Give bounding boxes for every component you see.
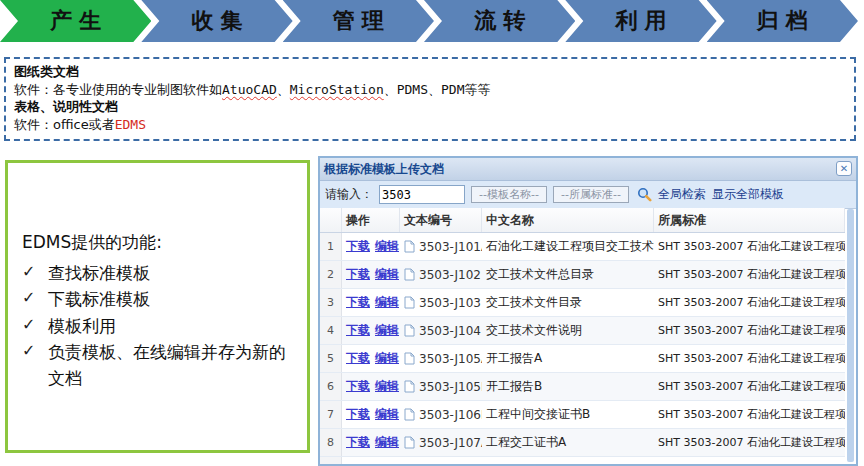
- edit-link[interactable]: 编辑: [375, 266, 399, 283]
- row-operations: 下载编辑: [342, 429, 400, 456]
- standard-filter[interactable]: --所属标准--: [553, 186, 629, 203]
- download-link[interactable]: 下载: [346, 434, 370, 451]
- upload-template-dialog: 根据标准模板上传文档 ✕ 请输入： --模板名称-- --所属标准-- 全局检索…: [318, 156, 858, 466]
- header-row-number: [320, 208, 342, 232]
- table-row: 2下载编辑3503-J102交工技术文件总目录SHT 3503-2007 石油化…: [320, 261, 845, 289]
- flow-step-label: 流转: [474, 6, 532, 36]
- header-standard: 所属标准: [654, 208, 845, 232]
- dialog-title: 根据标准模板上传文档: [320, 161, 444, 178]
- show-all-templates-button[interactable]: 显示全部模板: [712, 186, 784, 203]
- edit-link[interactable]: 编辑: [375, 378, 399, 395]
- document-icon: [404, 436, 415, 449]
- row-doc-code: 3503-J105B: [400, 373, 482, 400]
- row-chinese-name: 开工报告A: [482, 345, 654, 372]
- software-edms: EDMS: [115, 117, 146, 132]
- row-standard: SHT 3503-2007 石油化工建设工程项目交工...: [654, 373, 845, 400]
- table-body: 1下载编辑3503-J101A石油化工建设工程项目交工技术文件封面ASHT 35…: [320, 233, 845, 457]
- check-icon: ✓: [22, 339, 48, 364]
- software-atuocad: AtuoCAD: [222, 82, 277, 97]
- global-search-button[interactable]: 全局检索: [658, 186, 706, 203]
- download-link[interactable]: 下载: [346, 294, 370, 311]
- row-operations: 下载编辑: [342, 261, 400, 288]
- feature-item-label: 负责模板、在线编辑并存为新的文档: [48, 339, 297, 392]
- row-operations: 下载编辑: [342, 373, 400, 400]
- header-doc-code: 文本编号: [400, 208, 482, 232]
- vertical-scrollbar[interactable]: [847, 209, 854, 462]
- feature-item: ✓查找标准模板: [22, 260, 297, 286]
- doc-code-text: 3503-J107A: [419, 436, 482, 450]
- row-chinese-name: 石油化工建设工程项目交工技术文件封面A: [482, 233, 654, 260]
- download-link[interactable]: 下载: [346, 238, 370, 255]
- row-operations: 下载编辑: [342, 317, 400, 344]
- document-icon: [404, 352, 415, 365]
- row-operations: 下载编辑: [342, 289, 400, 316]
- note-line-office-software: 软件：office或者EDMS: [14, 116, 846, 134]
- edit-link[interactable]: 编辑: [375, 406, 399, 423]
- row-operations: 下载编辑: [342, 345, 400, 372]
- edit-link[interactable]: 编辑: [375, 238, 399, 255]
- row-number: 3: [320, 289, 342, 316]
- row-chinese-name: 开工报告B: [482, 373, 654, 400]
- search-input-label: 请输入：: [325, 186, 373, 203]
- note-software-suffix: 、PDMS、PDM等等: [384, 82, 491, 97]
- row-number: 1: [320, 233, 342, 260]
- check-icon: ✓: [22, 260, 48, 285]
- row-doc-code: 3503-J102: [400, 261, 482, 288]
- flow-step-2: 收集: [141, 0, 292, 42]
- flow-step-6: 归档: [707, 0, 858, 42]
- download-link[interactable]: 下载: [346, 266, 370, 283]
- search-input[interactable]: [379, 185, 465, 204]
- note-office-prefix: 软件：office或者: [14, 117, 115, 132]
- feature-item: ✓模板利用: [22, 313, 297, 339]
- dialog-toolbar: 请输入： --模板名称-- --所属标准-- 全局检索 显示全部模板: [320, 181, 856, 209]
- check-icon: ✓: [22, 313, 48, 338]
- edit-link[interactable]: 编辑: [375, 350, 399, 367]
- edit-link[interactable]: 编辑: [375, 322, 399, 339]
- dialog-titlebar[interactable]: 根据标准模板上传文档 ✕: [320, 158, 856, 181]
- table-header-row: 操作 文本编号 中文名称 所属标准: [320, 208, 845, 233]
- close-icon[interactable]: ✕: [836, 161, 852, 176]
- doc-code-text: 3503-J105B: [419, 380, 482, 394]
- edit-link[interactable]: 编辑: [375, 434, 399, 451]
- table-row: 6下载编辑3503-J105B开工报告BSHT 3503-2007 石油化工建设…: [320, 373, 845, 401]
- doc-code-text: 3503-J101A: [419, 240, 482, 254]
- row-standard: SHT 3503-2007 石油化工建设工程项目交工...: [654, 289, 845, 316]
- row-doc-code: 3503-J105A: [400, 345, 482, 372]
- note-line-drawing-software: 软件：各专业使用的专业制图软件如AtuoCAD、MicroStation、PDM…: [14, 81, 846, 99]
- flow-step-label: 归档: [757, 6, 815, 36]
- template-name-filter[interactable]: --模板名称--: [471, 186, 547, 203]
- download-link[interactable]: 下载: [346, 378, 370, 395]
- document-icon: [404, 380, 415, 393]
- download-link[interactable]: 下载: [346, 322, 370, 339]
- doc-code-text: 3503-J106B: [419, 408, 482, 422]
- flow-step-4: 流转: [424, 0, 575, 42]
- table-row: 1下载编辑3503-J101A石油化工建设工程项目交工技术文件封面ASHT 35…: [320, 233, 845, 261]
- table-row: 5下载编辑3503-J105A开工报告ASHT 3503-2007 石油化工建设…: [320, 345, 845, 373]
- row-number: 5: [320, 345, 342, 372]
- row-number: 4: [320, 317, 342, 344]
- row-chinese-name: 交工技术文件说明: [482, 317, 654, 344]
- edit-link[interactable]: 编辑: [375, 294, 399, 311]
- row-number: 8: [320, 429, 342, 456]
- row-standard: SHT 3503-2007 石油化工建设工程项目交工...: [654, 261, 845, 288]
- download-link[interactable]: 下载: [346, 350, 370, 367]
- flow-step-label: 管理: [333, 6, 391, 36]
- row-number: 7: [320, 401, 342, 428]
- row-doc-code: 3503-J106B: [400, 401, 482, 428]
- document-icon: [404, 324, 415, 337]
- flow-step-label: 收集: [191, 6, 249, 36]
- flow-step-label: 利用: [615, 6, 673, 36]
- row-number: 2: [320, 261, 342, 288]
- feature-item-label: 查找标准模板: [48, 260, 297, 286]
- table-row: 4下载编辑3503-J104交工技术文件说明SHT 3503-2007 石油化工…: [320, 317, 845, 345]
- row-standard: SHT 3503-2007 石油化工建设工程项目交工...: [654, 317, 845, 344]
- row-standard: SHT 3503-2007 石油化工建设工程项目交工...: [654, 233, 845, 260]
- software-microstation: MicroStation: [290, 82, 384, 97]
- flow-step-3: 管理: [283, 0, 434, 42]
- document-icon: [404, 408, 415, 421]
- table-row: 8下载编辑3503-J107A工程交工证书ASHT 3503-2007 石油化工…: [320, 429, 845, 457]
- feature-item-label: 下载标准模板: [48, 286, 297, 312]
- row-doc-code: 3503-J103: [400, 289, 482, 316]
- row-chinese-name: 交工技术文件目录: [482, 289, 654, 316]
- download-link[interactable]: 下载: [346, 406, 370, 423]
